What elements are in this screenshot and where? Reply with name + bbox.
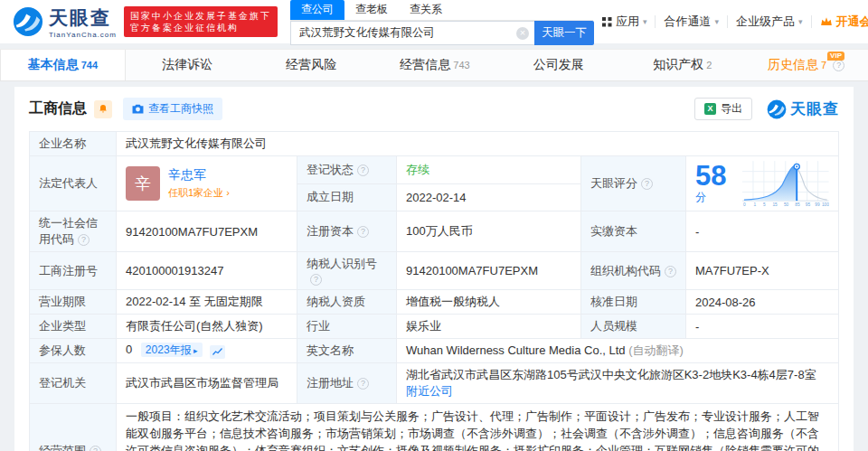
bell-icon [98,103,108,115]
monitor-bell-button[interactable] [94,100,112,118]
svg-text:5: 5 [763,202,766,207]
registration-number: 420100001913247 [117,252,297,290]
view-snapshot-button[interactable]: 查看工商快照 [123,98,222,120]
search-button[interactable]: 天眼一下 [534,21,594,45]
tab-company-development[interactable]: 公司发展 [496,50,620,80]
table-row: 企业类型 有限责任公司(自然人独资) 行业 娱乐业 人员规模 - [30,315,839,339]
paid-in-capital: - [686,211,839,252]
score-value: 58 [695,160,726,192]
avatar[interactable]: 辛 [126,166,160,201]
field-label: 经营范围 [30,404,117,451]
company-name: 武汉荒野文化传媒有限公司 [117,132,839,156]
clear-search-icon[interactable]: × [516,27,529,40]
svg-text:1: 1 [754,202,757,207]
search-tab-boss[interactable]: 查老板 [344,0,399,20]
establish-date: 2022-02-14 [397,183,581,211]
field-label: 注册地址 [297,363,397,404]
search-input[interactable] [290,21,534,45]
taxpayer-id: 91420100MA7FU7EPXM [397,252,581,290]
search-tabs: 查公司 查老板 查关系 [290,0,593,21]
table-row: 登记机关 武汉市武昌区市场监督管理局 注册地址 湖北省武汉市武昌区东湖路105号… [30,363,839,404]
help-icon[interactable] [90,446,101,451]
legal-representative-cell: 辛 辛忠军 任职1家企业 [117,156,297,211]
tianyancha-mark-icon [767,99,787,119]
svg-text:95: 95 [806,202,811,207]
tab-basic-info[interactable]: 基本信息744 [0,50,126,80]
search-area: 查公司 查老板 查关系 × 天眼一下 [290,0,594,45]
field-label: 组织机构代码 [581,252,686,290]
section-title: 工商信息 [29,99,87,118]
nearby-companies-link[interactable]: 附近公司 [406,384,453,398]
help-icon[interactable] [357,378,369,390]
help-icon[interactable] [357,164,369,176]
field-label: 英文名称 [297,339,397,363]
nav-cooperation[interactable]: 合作通道▾ [656,14,727,30]
help-icon[interactable] [665,266,676,277]
help-icon[interactable] [78,234,90,246]
english-name-cell: Wuhan Wilderness Culture Media Co., Ltd … [397,339,839,363]
gov-certification-badge: 国家中小企业发展子基金旗下 官方备案企业征信机构 [124,6,278,37]
table-row: 营业期限 2022-02-14 至 无固定期限 纳税人资质 增值税一般纳税人 核… [30,290,839,315]
top-navigation: 应用▾ 合作通道▾ 企业级产品▾ 开通会员▾ 超级…▾ [594,14,868,31]
tab-operation-info[interactable]: 经营信息743 [373,50,497,80]
legal-rep-link[interactable]: 辛忠军 [168,167,230,183]
search-tab-company[interactable]: 查公司 [290,0,344,20]
registration-status: 存续 [397,156,581,184]
nav-open-membership[interactable]: 开通会员▾ [812,14,868,30]
tab-legal-litigation[interactable]: 法律诉讼 [126,50,250,80]
field-label: 统一社会信用代码 [30,211,117,252]
field-label: 法定代表人 [30,156,117,211]
crown-icon [820,16,833,27]
tab-history-info[interactable]: VIP 历史信息7 [744,50,868,80]
field-label: 实缴资本 [581,211,686,252]
table-row: 企业名称 武汉荒野文化传媒有限公司 [30,132,839,156]
field-label: 成立日期 [297,183,397,211]
svg-text:85: 85 [796,202,801,207]
annual-report-link[interactable]: 2023年报 [141,343,203,357]
insured-count-cell: 0 2023年报 [117,339,297,363]
chevron-down-icon: ▾ [714,17,719,26]
top-bar: 天眼查 TianYanCha.com 国家中小企业发展子基金旗下 官方备案企业征… [0,0,868,43]
business-term: 2022-02-14 至 无固定期限 [117,290,297,315]
field-label: 工商注册号 [30,252,117,290]
field-label: 企业类型 [30,315,117,339]
search-tab-relation[interactable]: 查关系 [399,0,453,20]
tab-operation-risk[interactable]: 经营风险 [250,50,373,80]
tianyancha-logo[interactable]: 天眼查 TianYanCha.com [13,5,117,39]
vip-badge: VIP [827,52,844,61]
help-icon[interactable] [833,60,844,71]
business-info-table: 企业名称 武汉荒野文化传媒有限公司 法定代表人 辛 辛忠军 任职1家企业 登记状… [29,131,839,451]
watermark-logo: 天眼查 [767,99,839,119]
business-info-card: 工商信息 查看工商快照 X 导出 天眼查 企业名称 武汉荒野文化传媒有限公司 [14,87,854,451]
camera-icon [132,104,144,114]
field-label: 纳税人资质 [297,290,397,315]
field-label: 参保人数 [30,339,117,363]
table-row: 法定代表人 辛 辛忠军 任职1家企业 登记状态 存续 天眼评分 58分 [30,156,839,184]
table-row: 经营范围 一般项目：组织文化艺术交流活动；项目策划与公关服务；广告设计、代理；广… [30,404,839,451]
staff-size: - [686,315,839,339]
nav-enterprise-products[interactable]: 企业级产品▾ [728,14,811,30]
rep-companies-link[interactable]: 任职1家企业 [168,186,230,200]
registered-capital: 100万人民币 [397,211,581,252]
help-icon[interactable] [357,226,369,238]
score-distribution-chart: 0 1 5 15 50 85 95 99 100 [742,160,829,207]
logo-subtitle: TianYanCha.com [49,31,117,39]
help-icon[interactable] [641,178,653,190]
credit-code: 91420100MA7FU7EPXM [117,211,297,252]
organization-code: MA7FU7EP-X [686,252,839,290]
export-button[interactable]: X 导出 [694,98,752,120]
field-label: 行业 [297,315,397,339]
tianyancha-logo-icon [13,6,43,37]
field-label: 注册资本 [297,211,397,252]
taxpayer-qualification: 增值税一般纳税人 [397,290,581,315]
company-tab-bar: 基本信息744 法律诉讼 经营风险 经营信息743 公司发展 知识产权2 VIP… [0,49,868,81]
registration-authority: 武汉市武昌区市场监督管理局 [117,363,297,404]
nav-apps[interactable]: 应用▾ [594,14,656,30]
help-icon[interactable] [310,274,322,286]
trend-chart-icon[interactable] [210,345,225,359]
field-label: 营业期限 [30,290,117,315]
svg-text:100: 100 [822,202,829,207]
svg-text:99: 99 [816,202,821,207]
tab-intellectual-property[interactable]: 知识产权2 [620,50,744,80]
table-row: 参保人数 0 2023年报 英文名称 Wuhan Wilderness Cult… [30,339,839,363]
